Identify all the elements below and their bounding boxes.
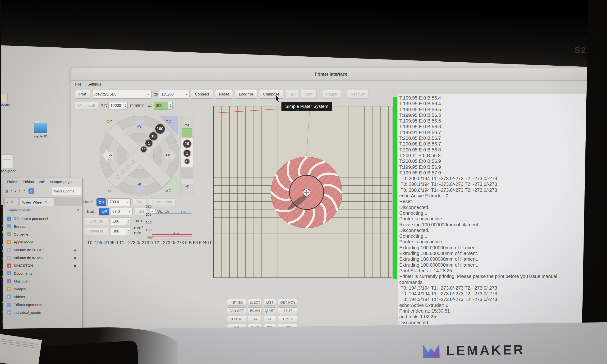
macro-button-centre[interactable]: CENTRE [227,316,246,322]
reverse-button[interactable]: Reverse [84,227,108,235]
toolbar-button-print[interactable]: Print [301,90,317,99]
path-field[interactable]: /media/poma [52,187,81,195]
jog-distance-01[interactable]: 0.1 [140,146,147,153]
xy-feedrate-stepper[interactable]: ▴ ▾ [123,102,128,110]
build-plate-view[interactable] [213,106,392,278]
fm-menu-édition[interactable]: Édition [23,180,34,184]
spin-down-icon[interactable]: ▾ [128,221,129,223]
bed-temp-select[interactable]: 57.0 ▾ [110,208,132,215]
jog-distance-1[interactable]: 1 [145,139,153,147]
eject-icon[interactable]: ⏏ [74,264,77,268]
close-icon[interactable]: ✕ [11,200,13,204]
heat-temp-select[interactable]: 200.0 ▾ [107,198,131,206]
port-select[interactable]: /dev/ttyUSB0 ▾ [92,90,152,99]
macro-button-65-17[interactable]: 65,17 [278,307,298,314]
forward-icon[interactable]: › [19,188,21,194]
spin-down-icon[interactable]: ▾ [170,106,171,108]
sidebar-item-kingston[interactable]: ▮KINGSTON⏏ [3,262,82,270]
desktop-icon-label[interactable]: port gcode [1,169,23,173]
desktop-document-icon[interactable] [2,155,13,168]
close-icon[interactable]: ✕ [45,200,47,204]
macro-button-init-sd[interactable]: INIT SD [227,299,246,306]
window-titlebar[interactable]: Printer Interface [71,68,591,80]
heater-off-toggle[interactable]: Off [96,198,106,206]
fm-menu-fichier[interactable]: Fichier [7,180,18,184]
fm-menu-voir[interactable]: Voir [39,180,45,184]
extrude-amount-input[interactable]: 100 [111,217,126,225]
new-tab-icon[interactable]: ⊞ [4,188,8,194]
chevron-down-icon[interactable]: ▾ [77,208,79,212]
baud-value: 115200 [161,92,173,96]
tab-water-wheel[interactable]: Water_Wheel ✕ [20,198,54,206]
bed-off-toggle[interactable]: Off [99,208,109,215]
sidebar-item-répertoire-personnel[interactable]: ⌂Répertoire personnel [3,215,82,222]
z-distance-01[interactable]: 0.1 [184,158,190,165]
macro-button-up1-5[interactable]: UP1.5 [278,316,298,322]
macro-button-fl[interactable]: FL [264,316,276,322]
macro-button-echo[interactable]: ECHO [248,307,262,314]
extrude-stepper[interactable]: ▴▾ [126,217,131,225]
menu-settings[interactable]: Settings [88,82,101,87]
jog-minus-z-button[interactable]: -z [181,184,193,195]
home-icon[interactable]: ⌂ [28,188,34,194]
sidebar-item-images[interactable]: ◍Images [3,285,82,293]
toolbar-button-compose[interactable]: Compose [259,90,283,99]
desktop-folder-icon[interactable] [34,123,47,133]
toolbar-button-reset[interactable]: Reset [215,90,233,99]
toolbar-button-load-file[interactable]: Load file [235,90,257,99]
sidebar-item-vidéos[interactable]: ▶Vidéos [3,293,82,301]
macro-button-br[interactable]: BR [248,316,262,322]
toolbar-button-recover[interactable]: Recover [347,90,369,99]
sidebar-item-individual_gcode[interactable]: ▣individual_gcode [3,309,82,316]
sidebar-item-musique[interactable]: ♪Musique [3,277,82,285]
chevron-down-icon[interactable]: ▾ [148,93,149,96]
baud-select[interactable]: 115200 ▾ [159,90,189,99]
history-dropdown-icon[interactable]: ▾ [15,189,16,193]
tab-root[interactable]: / ✕ [4,198,18,206]
reverse-speed-input[interactable]: 300 [111,227,126,235]
sidebar-item-documents[interactable]: ≡Documents [3,270,82,277]
xy-feedrate-input[interactable]: 12000 [108,102,123,110]
sidebar-item-téléchargements[interactable]: ↓Téléchargements [3,301,82,309]
menu-file[interactable]: File [75,82,81,87]
chevron-down-icon[interactable]: ▾ [129,210,131,213]
toolbar-button-connect[interactable]: Connect [191,90,213,99]
motors-off-button[interactable]: Motors off [75,102,98,110]
macro-button-get-pos[interactable]: GET POS [278,299,298,306]
chevron-down-icon[interactable]: ▾ [186,93,187,96]
desktop-gcode-file-icon[interactable] [1,94,8,102]
images-icon: ◍ [7,287,11,291]
desktop-icon-label[interactable]: gcode [1,103,10,106]
toolbar-button-sd[interactable]: SD [285,90,299,99]
z-feedrate-stepper[interactable]: ▴ ▾ [168,102,173,110]
macro-button-fan-off[interactable]: FAN OFF [227,307,246,314]
z-feedrate-input[interactable]: 300 [154,102,168,110]
desktop-icon-label[interactable]: logiciel3D [30,135,51,138]
z-distance-10[interactable]: 10 [183,139,192,148]
toolbar-button-pause[interactable]: Pause [322,90,341,99]
macro-button-eject[interactable]: EJECT [248,299,262,306]
eject-icon[interactable]: ⏏ [74,256,77,260]
chevron-down-icon[interactable]: ▾ [127,200,129,204]
jog-plus-z-button[interactable]: +z [181,117,193,128]
up-icon[interactable]: ∧ [23,188,26,194]
z-selected-step[interactable] [182,129,192,137]
extrude-button[interactable]: Extrude [84,217,108,225]
spin-down-icon[interactable]: ▾ [125,106,126,108]
sidebar-item-applications[interactable]: ◉Applications [3,238,82,246]
spin-down-icon[interactable]: ▾ [128,231,129,234]
places-header[interactable]: Emplacements ▾ [6,208,79,212]
fm-menu-marque-pages[interactable]: Marque-pages [50,180,74,184]
eject-icon[interactable]: ⏏ [74,248,77,252]
home-icon: ⌂ [169,118,172,124]
sidebar-item-corbeille[interactable]: ♲Corbeille [3,230,82,238]
sidebar-item-volume-de-63-mb[interactable]: ▤Volume de 63 MB⏏ [3,254,82,262]
z-distance-1[interactable]: 1 [183,149,191,157]
macro-button-quiet[interactable]: QUIET [264,307,276,314]
sidebar-item-bureau[interactable]: ▢Bureau [3,222,82,230]
macro-button-list[interactable]: LIST [264,299,276,306]
sidebar-item-volume-de-20-gb[interactable]: ▤Volume de 20 GB⏏ [3,246,82,254]
log-output-panel[interactable]: T:199.95 E:0 B:56.4T:199.95 E:0 B:56.4T:… [398,94,589,331]
back-icon[interactable]: ‹ [11,188,12,194]
reverse-stepper[interactable]: ▴▾ [126,227,131,235]
